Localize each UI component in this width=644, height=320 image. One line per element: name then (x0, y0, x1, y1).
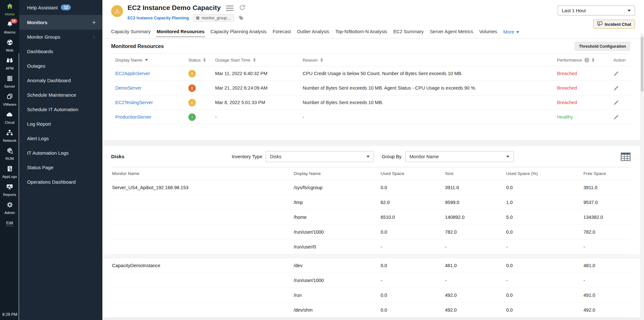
rail-item-label: Edit (6, 221, 13, 226)
hamburger-menu-icon[interactable] (226, 5, 233, 11)
group-by-select[interactable]: Monitor Name (405, 151, 514, 162)
table-view-icon[interactable] (621, 152, 630, 161)
presentation-icon (5, 183, 14, 192)
display-name-link[interactable]: EC2TestingServer (115, 100, 188, 105)
tab-more[interactable]: More (503, 29, 519, 38)
display-name-link[interactable]: EC2ApplnServer (115, 71, 188, 76)
edit-pencil-icon[interactable] (613, 114, 630, 120)
reason-cell: Number of Bytes Sent exceeds 10 MB. (303, 100, 557, 105)
used-space-pct-cell: 0.0 (506, 229, 583, 235)
rail-item-admin[interactable]: Admin (2, 201, 17, 216)
free-space-cell: 9537.0 (583, 200, 630, 205)
used-space-pct-cell: - (506, 244, 583, 249)
size-cell: 481.0 (445, 263, 506, 268)
help-assistant-label: Help Assistant (27, 5, 58, 10)
edit-pencil-icon[interactable] (613, 85, 630, 91)
column-header-display-name[interactable]: Display Name (115, 58, 188, 63)
sidebar-item-monitors[interactable]: Monitors + (19, 15, 102, 30)
column-header-performance[interactable]: Performancei (557, 58, 613, 63)
sidebar-item-operations-dashboard[interactable]: Operations Dashboard + (19, 175, 102, 189)
display-name-link[interactable]: DemoServer (115, 85, 188, 91)
sort-caret-icon (145, 59, 148, 61)
tab-capacity-planning-analysis[interactable]: Capacity Planning Analysis (211, 29, 267, 37)
rail-item-web[interactable]: Web (2, 39, 17, 53)
tab-top-n-bottom-n-analysis[interactable]: Top-N/Bottom-N Analysis (335, 29, 387, 37)
reason-cell: CPU Credit Usage is below 50 Count. Numb… (303, 71, 557, 76)
display-name-cell: /run/user/0 (294, 244, 381, 249)
more-label: More (503, 29, 514, 34)
sidebar-item-schedule-maintenance[interactable]: Schedule Maintenance + (19, 88, 102, 102)
plus-icon[interactable]: + (92, 19, 96, 26)
server-stack-icon (6, 75, 14, 83)
disks-section: Disks Inventory Type Disks Group By Moni… (102, 146, 640, 317)
rail-item-cloud[interactable]: Cloud (2, 111, 17, 125)
display-name-cell: /run/user/1000 (294, 229, 381, 235)
rail-item-rum[interactable]: RUM (2, 147, 17, 161)
inventory-type-value: Disks (270, 154, 281, 159)
threshold-configuration-button[interactable]: Threshold Configuration (574, 42, 630, 51)
tab-forecast[interactable]: Forecast (273, 29, 291, 37)
rail-item-server[interactable]: Server (2, 75, 17, 89)
tag-icon[interactable] (238, 15, 244, 21)
rail-scrollbar[interactable] (18, 53, 19, 320)
rail-item-reports[interactable]: Reports (2, 183, 17, 198)
column-header-status[interactable]: Status (188, 58, 215, 63)
sidebar-item-anomaly-dashboard[interactable]: Anomaly Dashboard + (19, 73, 102, 88)
rail-item-apm[interactable]: APM (2, 57, 17, 71)
monitor-group-tag-chip[interactable]: monitor_group:... (193, 14, 234, 22)
cloud-icon (5, 111, 14, 120)
rail-item-home[interactable]: Home (2, 3, 17, 17)
display-name-cell: /tmp (294, 200, 381, 205)
column-header-outage-start-time[interactable]: Outage Start Time (215, 58, 303, 63)
time-range-select[interactable]: Last 1 Hour (558, 5, 635, 15)
status-icon-warning: ⚠ (188, 70, 196, 77)
plus-icon[interactable]: + (92, 33, 96, 41)
sort-icon (592, 58, 594, 62)
display-name-link[interactable]: ProductionServer (115, 114, 188, 120)
edit-pencil-icon[interactable] (613, 71, 630, 76)
sort-icon (253, 58, 256, 62)
tab-outlier-analysis[interactable]: Outlier Analysis (297, 29, 329, 37)
rail-item-label: Home (5, 12, 15, 16)
sidebar-item-status-page[interactable]: Status Page + (19, 160, 102, 175)
sidebar-item-it-automation-logs[interactable]: IT Automation Logs + (19, 146, 102, 160)
sidebar-item-label: Log Report (27, 121, 51, 127)
performance-cell: Healthy (557, 114, 613, 120)
rail-item-label: RUM (5, 157, 14, 160)
sidebar-item-monitor-groups[interactable]: Monitor Groups + (19, 30, 102, 44)
column-header-reason[interactable]: Reason (303, 58, 557, 63)
refresh-icon[interactable] (239, 4, 246, 12)
used-space-pct-cell: 1.0 (506, 200, 583, 205)
rail-item-network[interactable]: Network (2, 129, 17, 143)
rail-item-alarms[interactable]: 19 Alarms (2, 21, 17, 35)
incident-chat-button[interactable]: Incident Chat (593, 20, 635, 29)
tab-monitored-resources[interactable]: Monitored Resources (156, 29, 204, 37)
table-row: /dev/shm 0.0 492.0 0.0 492.0 (112, 303, 630, 317)
table-row: ProductionServer ↑ - - Healthy (115, 110, 630, 124)
sidebar-item-schedule-it-automation[interactable]: Schedule IT Automation + (19, 102, 102, 117)
table-row: /run/user/0 - - - - (112, 239, 630, 254)
tab-bar: Capacity SummaryMonitored ResourcesCapac… (111, 29, 638, 38)
rail-item-vmware[interactable]: VMware (2, 93, 17, 107)
incident-chat-label: Incident Chat (605, 22, 631, 27)
sidebar-item-outages[interactable]: Outages + (19, 59, 102, 73)
used-space-cell: 6510.0 (381, 215, 445, 220)
size-cell: - (445, 278, 506, 283)
tab-ec2-summary[interactable]: EC2 Summary (393, 29, 423, 37)
edit-pencil-icon[interactable] (613, 100, 630, 105)
tab-server-agent-metrics[interactable]: Server Agent Metrics (430, 29, 473, 37)
rail-item-applogs[interactable]: AppLogs (2, 165, 17, 179)
rail-item-edit[interactable]: Edit (2, 219, 17, 234)
rail-item-label: Network (3, 139, 16, 142)
vertical-scrollbar-thumb[interactable] (641, 37, 643, 92)
tab-volumes[interactable]: Volumes (479, 29, 497, 37)
inventory-type-select[interactable]: Disks (266, 151, 374, 162)
sidebar-item-log-report[interactable]: Log Report + (19, 117, 102, 131)
globe-magnifier-icon (6, 147, 14, 156)
breadcrumb-group-link[interactable]: EC2 Instance Capacity Planning (128, 16, 189, 20)
display-name-cell: /run (294, 293, 381, 298)
tab-capacity-summary[interactable]: Capacity Summary (111, 29, 150, 37)
sidebar-item-alert-logs[interactable]: Alert Logs + (19, 131, 102, 146)
sidebar-item-dashboards[interactable]: Dashboards + (19, 44, 102, 59)
sidebar-item-help-assistant[interactable]: Help Assistant 12 (19, 0, 102, 15)
